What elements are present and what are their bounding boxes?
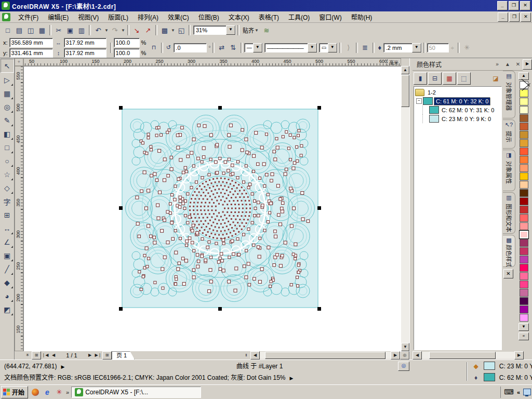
scroll-left-icon[interactable]: ◀: [250, 351, 260, 360]
rectangle-tool[interactable]: □: [1, 141, 14, 154]
palette-swatch[interactable]: [520, 297, 528, 305]
tree-expander-icon[interactable]: −: [416, 98, 422, 104]
palette-swatch[interactable]: [520, 289, 528, 297]
expand-arrow-icon[interactable]: ▶: [290, 373, 294, 383]
chevron-right-icon[interactable]: »: [66, 389, 69, 395]
next-page-icon[interactable]: ▶: [86, 352, 94, 359]
selection-handle[interactable]: [317, 307, 321, 311]
copy-button[interactable]: ▣: [64, 24, 76, 36]
auto-create-styles-button[interactable]: ⬚: [457, 72, 471, 85]
fill-color-swatch[interactable]: [484, 362, 495, 370]
new-color-style-button[interactable]: ▮: [414, 72, 427, 85]
eyedropper-tool[interactable]: ╱: [1, 262, 14, 275]
y-position-field[interactable]: 331.461 mm: [9, 48, 53, 58]
palette-swatch[interactable]: [520, 256, 528, 263]
palette-swatch[interactable]: [520, 231, 528, 238]
text-tool[interactable]: 字: [1, 195, 14, 208]
ruler-origin-button[interactable]: +: [15, 58, 23, 66]
line-style-selector[interactable]: ——————— ▼: [264, 43, 317, 52]
view-options-icon[interactable]: ✳: [23, 352, 32, 359]
crop-tool[interactable]: ▦: [1, 87, 14, 100]
freehand-tool[interactable]: ✎: [1, 114, 14, 127]
palette-scroll-down-icon[interactable]: ▼: [518, 323, 529, 331]
docker-horizontal-scrollbar[interactable]: [422, 352, 514, 359]
menu-item-0[interactable]: 文件(F): [14, 11, 43, 22]
palette-scroll-up-icon[interactable]: ▲: [518, 72, 529, 80]
horizontal-scrollbar[interactable]: [260, 352, 391, 359]
new-child-color-button[interactable]: ⊟: [428, 72, 442, 85]
smart-fill-tool[interactable]: ◧: [1, 127, 14, 140]
menu-item-8[interactable]: 表格(T): [254, 11, 284, 22]
interactive-fill-tool[interactable]: ◩: [1, 303, 14, 316]
tab-color-styles[interactable]: ▩颜色样式: [503, 235, 515, 267]
wrap-text-button[interactable]: ≣: [360, 42, 371, 54]
object-height-field[interactable]: 317.92 mm: [64, 48, 107, 58]
start-button[interactable]: 开始: [1, 386, 28, 398]
tab-object-properties[interactable]: ◨对象属性: [503, 150, 515, 191]
taskbar-task-button[interactable]: CorelDRAW X5 - [F:\...: [71, 387, 201, 398]
menu-item-5[interactable]: 效果(C): [163, 11, 194, 22]
scroll-left-icon[interactable]: ◀: [413, 351, 422, 360]
tab-graphic-text[interactable]: ▥图形和文本: [503, 192, 515, 234]
chevron-down-icon[interactable]: ▼: [253, 43, 262, 52]
palette-swatch[interactable]: [520, 98, 528, 105]
tab-object-manager[interactable]: ▤对象管理器: [503, 71, 515, 118]
chevron-down-icon[interactable]: ▼: [170, 28, 176, 33]
scrollbar-splitter[interactable]: ‖: [242, 352, 250, 359]
zoom-level-combo[interactable]: 31% ▼: [193, 25, 236, 35]
palette-swatch[interactable]: [520, 239, 528, 247]
palette-swatch[interactable]: [520, 305, 528, 313]
chevron-down-icon[interactable]: ▼: [226, 25, 235, 35]
palette-swatch[interactable]: [520, 139, 528, 147]
pick-tool[interactable]: ↖: [1, 59, 14, 73]
scale-h-field[interactable]: 100.0: [114, 38, 140, 47]
internet-explorer-icon[interactable]: e: [43, 388, 52, 397]
page-tab[interactable]: 页 1: [112, 351, 135, 360]
chevron-down-icon[interactable]: ▼: [104, 28, 109, 33]
import-button[interactable]: ↘: [131, 24, 142, 36]
doc-restore-button[interactable]: ❐: [509, 12, 520, 22]
zoom-tool[interactable]: ◎: [1, 100, 14, 113]
fill-tool[interactable]: ◕: [1, 289, 14, 302]
menu-item-1[interactable]: 编辑(E): [43, 11, 73, 22]
palette-swatch[interactable]: [520, 156, 528, 164]
save-button[interactable]: ◫: [25, 24, 36, 36]
chevron-down-icon[interactable]: ▼: [308, 43, 317, 52]
outline-width-combo[interactable]: .2 mm ▼: [383, 43, 422, 52]
vertical-ruler[interactable]: 550500450400350300250200150: [15, 66, 23, 351]
chevron-down-icon[interactable]: ▼: [328, 43, 337, 52]
welcome-screen-button[interactable]: ◱: [176, 24, 187, 36]
palette-swatch[interactable]: [520, 148, 528, 155]
connector-tool[interactable]: ∠: [1, 235, 14, 248]
close-button[interactable]: ✕: [520, 1, 530, 10]
outline-color-swatch[interactable]: [484, 373, 495, 381]
tree-folder-row[interactable]: 1-2: [415, 88, 501, 97]
navigator-button[interactable]: ◎: [400, 351, 409, 360]
palette-swatch[interactable]: [520, 131, 528, 139]
object-width-field[interactable]: 317.92 mm: [64, 38, 107, 47]
horizontal-scrollbar-thumb[interactable]: [265, 352, 385, 359]
open-button[interactable]: ▤: [14, 24, 25, 36]
palette-swatch[interactable]: [520, 123, 528, 130]
palette-swatch[interactable]: [520, 264, 528, 272]
palette-swatch[interactable]: [520, 172, 528, 180]
palette-swatch[interactable]: [520, 89, 528, 97]
palette-swatch[interactable]: [520, 164, 528, 172]
export-button[interactable]: ↗: [142, 24, 154, 36]
add-page-button[interactable]: ⊞: [102, 351, 112, 360]
edit-color-style-button[interactable]: ▦: [443, 72, 456, 85]
media-player-icon[interactable]: [31, 388, 40, 397]
palette-swatch[interactable]: [520, 106, 528, 114]
blend-tool[interactable]: ▣: [1, 249, 14, 262]
selection-handle[interactable]: [218, 106, 222, 110]
palette-swatch[interactable]: [520, 197, 528, 205]
selected-artwork[interactable]: [122, 109, 318, 308]
palette-no-color-swatch[interactable]: [520, 81, 528, 89]
cut-button[interactable]: ✂: [53, 24, 64, 36]
color-style-row[interactable]: −C: 61 M: 0 Y: 32 K: 0: [415, 97, 501, 105]
convert-palette-button[interactable]: ◪: [489, 73, 502, 84]
selection-handle[interactable]: [317, 106, 321, 110]
drawing-canvas[interactable]: [23, 66, 401, 351]
outline-pen-tool[interactable]: ◆: [1, 276, 14, 289]
palette-swatch[interactable]: [520, 314, 528, 322]
